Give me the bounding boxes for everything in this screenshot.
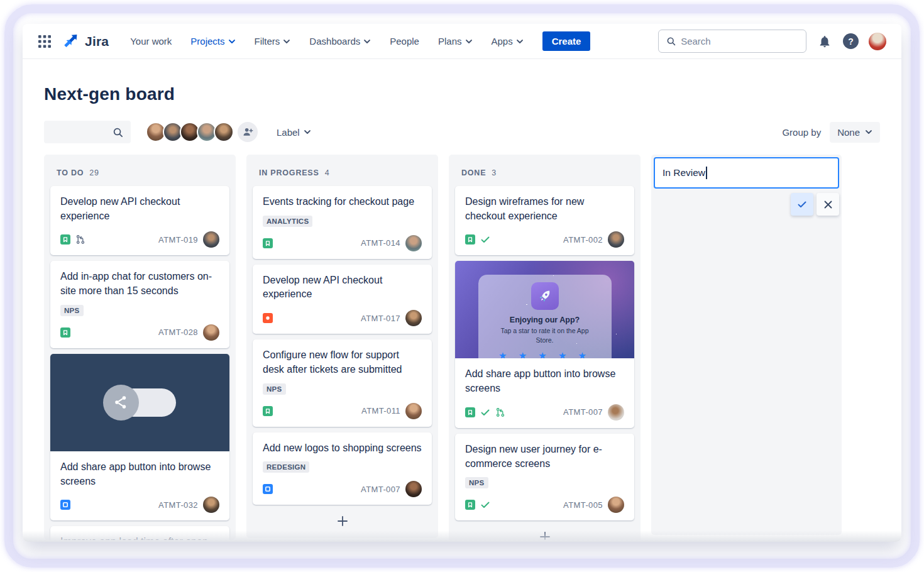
issue-key: ATMT-005 bbox=[563, 500, 603, 510]
card-title: Add share app button into browse screens bbox=[465, 367, 624, 395]
story-icon bbox=[60, 327, 70, 338]
board-toolbar: Label Group by None bbox=[44, 121, 880, 143]
plus-icon bbox=[337, 515, 348, 527]
nav-plans[interactable]: Plans bbox=[438, 36, 473, 47]
assignee-avatar bbox=[405, 481, 422, 497]
label-chip: ANALYTICS bbox=[263, 216, 312, 227]
issue-key: ATMT-014 bbox=[361, 238, 400, 248]
rating-heading: Enjoying our App? bbox=[478, 316, 612, 324]
add-card-button[interactable] bbox=[455, 526, 634, 540]
issue-card[interactable]: Events tracking for checkout page ANALYT… bbox=[253, 186, 432, 259]
column-name: IN PROGRESS bbox=[259, 168, 319, 177]
label-chip: REDESIGN bbox=[263, 461, 309, 473]
help-button[interactable]: ? bbox=[843, 33, 859, 49]
jira-logo[interactable]: Jira bbox=[64, 33, 109, 50]
member-avatar[interactable] bbox=[214, 122, 234, 142]
card-title: Configure new flow for support desk afte… bbox=[263, 348, 422, 377]
issue-card[interactable]: Design new user journey for e-commerce s… bbox=[455, 434, 634, 520]
text-caret bbox=[706, 167, 707, 179]
issue-card[interactable]: Add share app button into browse screens… bbox=[50, 354, 229, 520]
issue-card[interactable]: Configure new flow for support desk afte… bbox=[253, 339, 432, 426]
add-member-button[interactable] bbox=[238, 122, 258, 142]
nav-apps[interactable]: Apps bbox=[492, 36, 524, 47]
plus-icon bbox=[539, 531, 551, 540]
done-check-icon bbox=[480, 234, 490, 245]
task-icon bbox=[263, 484, 273, 494]
nav-people[interactable]: People bbox=[390, 36, 419, 47]
toolbar-right: Group by None bbox=[782, 122, 880, 143]
story-icon bbox=[263, 238, 273, 248]
chevron-down-icon bbox=[363, 39, 371, 44]
issue-card[interactable]: Add in-app chat for customers on-site mo… bbox=[50, 261, 229, 348]
card-cover-image: Enjoying our App? Tap a star to rate it … bbox=[455, 261, 634, 358]
add-person-icon bbox=[242, 126, 253, 138]
question-icon: ? bbox=[848, 36, 854, 47]
chevron-down-icon bbox=[465, 39, 473, 44]
assignee-avatar bbox=[203, 231, 219, 248]
label-chip: NPS bbox=[263, 383, 286, 395]
cancel-column-button[interactable] bbox=[817, 193, 839, 216]
assignee-avatar bbox=[203, 324, 219, 341]
story-icon bbox=[263, 406, 273, 416]
assignee-avatar bbox=[203, 497, 219, 513]
card-title: Improve app load time after open bbox=[60, 535, 219, 540]
issue-card[interactable]: Enjoying our App? Tap a star to rate it … bbox=[455, 261, 634, 427]
group-by-label: Group by bbox=[782, 127, 821, 138]
chevron-down-icon bbox=[283, 39, 290, 44]
profile-avatar[interactable] bbox=[869, 33, 886, 50]
issue-card[interactable]: Add new logos to shopping screens REDESI… bbox=[253, 432, 432, 505]
rating-subtext: Tap a star to rate it on the App Store. bbox=[498, 326, 592, 344]
create-button[interactable]: Create bbox=[542, 31, 591, 51]
card-title: Design wireframes for new checkout exper… bbox=[465, 195, 624, 223]
issue-card[interactable]: Develop new API checkout experience ATMT… bbox=[50, 186, 229, 255]
story-icon bbox=[465, 500, 475, 510]
bell-icon bbox=[818, 35, 832, 48]
new-column-name-input[interactable]: In Review bbox=[654, 157, 839, 189]
search-icon bbox=[666, 36, 676, 47]
chevron-down-icon bbox=[228, 39, 236, 44]
jira-logo-text: Jira bbox=[85, 34, 109, 49]
nav-your-work[interactable]: Your work bbox=[130, 36, 172, 47]
rating-stars: ★ ★ ★ ★ ★ bbox=[478, 350, 612, 359]
notifications-button[interactable] bbox=[817, 33, 833, 50]
issue-card[interactable]: Develop new API checkout experience ATMT… bbox=[253, 265, 432, 334]
issue-card[interactable]: Design wireframes for new checkout exper… bbox=[455, 186, 634, 255]
board-columns: TO DO 29 Develop new API checkout experi… bbox=[44, 155, 880, 540]
nav-right-cluster: ? bbox=[658, 30, 886, 53]
nav-projects[interactable]: Projects bbox=[190, 36, 235, 47]
group-by-dropdown[interactable]: None bbox=[830, 122, 880, 143]
new-column-actions bbox=[654, 193, 839, 216]
card-title: Design new user journey for e-commerce s… bbox=[465, 443, 624, 471]
bug-icon bbox=[263, 313, 273, 323]
board-search-input[interactable] bbox=[44, 121, 131, 143]
app-rating-dialog: Enjoying our App? Tap a star to rate it … bbox=[478, 275, 612, 358]
search-icon bbox=[113, 127, 123, 138]
story-icon bbox=[465, 407, 475, 417]
label-chip: NPS bbox=[60, 305, 84, 316]
share-icon bbox=[103, 385, 139, 421]
card-title: Add share app button into browse screens bbox=[60, 460, 219, 488]
label-filter-dropdown[interactable]: Label bbox=[277, 127, 311, 138]
story-icon bbox=[60, 234, 70, 245]
done-check-icon bbox=[480, 500, 490, 510]
jira-app-window: Jira Your work Projects Filters Dashboar… bbox=[23, 24, 901, 542]
card-title: Develop new API checkout experience bbox=[263, 273, 422, 302]
page-title: Next-gen board bbox=[44, 84, 880, 104]
column-header: IN PROGRESS 4 bbox=[251, 162, 433, 186]
issue-key: ATMT-007 bbox=[361, 485, 400, 494]
nav-dashboards[interactable]: Dashboards bbox=[309, 36, 371, 47]
issue-card[interactable]: Improve app load time after open bbox=[50, 526, 229, 540]
app-switcher-icon[interactable] bbox=[38, 35, 52, 48]
confirm-column-button[interactable] bbox=[791, 193, 813, 216]
global-search[interactable] bbox=[658, 30, 806, 53]
global-search-input[interactable] bbox=[681, 36, 798, 47]
add-card-button[interactable] bbox=[253, 510, 432, 532]
issue-key: ATMT-032 bbox=[158, 500, 198, 510]
nav-filters[interactable]: Filters bbox=[255, 36, 291, 47]
column-done: DONE 3 Design wireframes for new checkou… bbox=[449, 155, 641, 540]
issue-key: ATMT-028 bbox=[158, 327, 198, 337]
chevron-down-icon bbox=[516, 39, 524, 44]
issue-key: ATMT-017 bbox=[361, 314, 400, 323]
new-column-name-value: In Review bbox=[663, 167, 705, 179]
card-cover-image bbox=[50, 354, 229, 451]
